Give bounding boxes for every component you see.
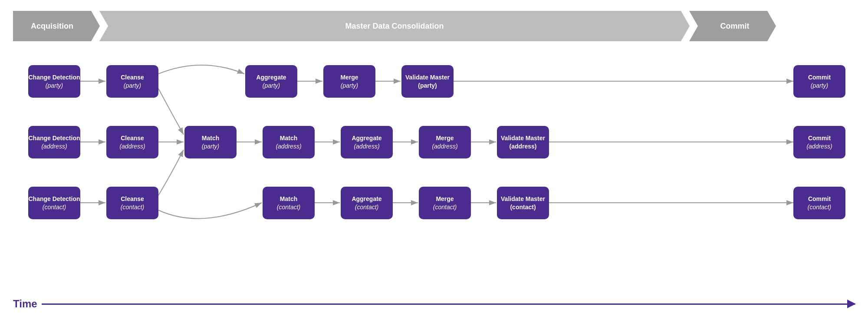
- node-merge-contact: Merge (contact): [419, 187, 471, 219]
- time-line: [42, 303, 855, 305]
- time-row: Time: [13, 298, 855, 310]
- node-aggregate-contact: Aggregate (contact): [341, 187, 393, 219]
- node-commit-address: Commit (address): [793, 126, 845, 158]
- node-commit-party: Commit (party): [793, 65, 845, 98]
- node-cleanse-contact: Cleanse (contact): [106, 187, 158, 219]
- node-match-contact: Match (contact): [263, 187, 315, 219]
- node-cleanse-party: Cleanse (party): [106, 65, 158, 98]
- time-label: Time: [13, 298, 37, 310]
- node-validate-party: Validate Master (party): [401, 65, 454, 98]
- commit-header-label: Commit: [720, 22, 750, 31]
- node-cd-contact: Change Detection (contact): [28, 187, 80, 219]
- node-aggregate-address: Aggregate (address): [341, 126, 393, 158]
- node-match-address: Match (address): [263, 126, 315, 158]
- main-container: Acquisition Master Data Consolidation Co…: [0, 0, 868, 323]
- node-merge-address: Merge (address): [419, 126, 471, 158]
- acquisition-header: Acquisition: [13, 11, 100, 41]
- node-cleanse-address: Cleanse (address): [106, 126, 158, 158]
- main-label: Master Data Consolidation: [345, 22, 444, 31]
- arrow-cleanse-contact-to-match-contact: [158, 203, 262, 218]
- node-commit-contact: Commit (contact): [793, 187, 845, 219]
- node-validate-address: Validate Master (address): [497, 126, 549, 158]
- node-cd-party: Change Detection (party): [28, 65, 80, 98]
- main-header: Master Data Consolidation: [99, 11, 690, 41]
- node-merge-party: Merge (party): [323, 65, 375, 98]
- node-validate-contact: Validate Master (contact): [497, 187, 549, 219]
- commit-header: Commit: [689, 11, 776, 41]
- acquisition-label: Acquisition: [31, 22, 73, 31]
- arrow-cleanse-party-to-match-party: [158, 89, 184, 135]
- arrow-cleanse-party-to-aggregate-party: [158, 65, 244, 74]
- node-aggregate-party: Aggregate (party): [245, 65, 297, 98]
- node-match-party: Match (party): [184, 126, 237, 158]
- node-cd-address: Change Detection (address): [28, 126, 80, 158]
- process-area: Change Detection (party) Cleanse (party)…: [13, 61, 855, 247]
- header-row: Acquisition Master Data Consolidation Co…: [13, 9, 855, 43]
- arrow-cleanse-contact-to-match-party: [158, 150, 184, 195]
